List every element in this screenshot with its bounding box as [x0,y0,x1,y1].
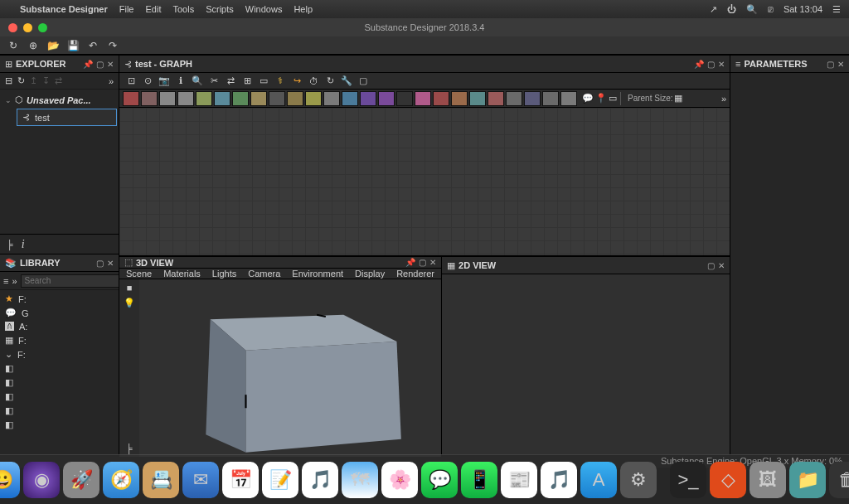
maximize-button[interactable] [38,23,47,32]
dock-app[interactable]: 🧭 [103,462,139,498]
maximize-icon[interactable]: ▢ [96,259,104,268]
pin-icon[interactable]: 📌 [83,60,93,69]
frame-icon[interactable]: ▭ [609,93,617,104]
node-type-button[interactable] [451,91,468,106]
dock-app[interactable]: 🖼 [750,462,786,498]
more-icon[interactable]: » [721,94,726,104]
fit-icon[interactable]: ⊡ [124,75,138,88]
dock-app[interactable]: >_ [670,462,706,498]
info-icon[interactable]: i [22,238,25,251]
node-type-button[interactable] [360,91,376,106]
lib-item[interactable]: ◧ [0,418,119,432]
menu-file[interactable]: File [119,4,134,14]
menu-renderer[interactable]: Renderer [396,269,434,279]
node-type-button[interactable] [287,91,303,106]
search-icon[interactable]: 🔍 [746,4,758,15]
maximize-icon[interactable]: ▢ [419,258,426,267]
video-icon[interactable]: ■ [127,283,133,293]
lib-item[interactable]: ◧ [0,361,119,376]
undo-icon[interactable]: ↶ [86,40,99,51]
python-icon[interactable]: ⚕ [274,75,287,88]
menu-windows[interactable]: Windows [245,4,283,14]
node-type-button[interactable] [214,91,230,106]
node-type-button[interactable] [269,91,285,106]
node-type-button[interactable] [141,91,158,106]
dock-app[interactable]: ◇ [710,462,746,498]
dock-app[interactable]: ◉ [23,462,60,498]
dock-app[interactable]: 💬 [421,462,458,498]
lib-cat[interactable]: ▦F: [0,333,119,347]
info-icon[interactable]: ℹ [174,75,187,88]
menu-scripts[interactable]: Scripts [206,4,234,14]
pin-icon[interactable]: 📍 [595,93,607,104]
graph-item[interactable]: ⊰ test [17,109,117,126]
maximize-icon[interactable]: ▢ [827,60,834,69]
node-type-button[interactable] [342,91,358,106]
lib-cat[interactable]: ⌄F: [0,347,119,361]
display-icon[interactable]: ⎚ [768,4,774,14]
dock-app[interactable]: 🗺 [342,462,378,498]
list-icon[interactable]: ☰ [832,4,841,15]
dock-app[interactable]: 📝 [262,462,298,498]
export-icon[interactable]: ↥ [30,75,37,86]
refresh-icon[interactable]: ↻ [7,40,20,51]
collapse-icon[interactable]: ⊟ [5,75,12,86]
pin-icon[interactable]: 📌 [694,60,704,69]
dock-app[interactable]: 📅 [222,462,259,498]
node-type-button[interactable] [378,91,395,106]
more-icon[interactable]: » [12,276,17,286]
menu-edit[interactable]: Edit [146,4,162,14]
frame-icon[interactable]: ▭ [257,75,270,88]
dock-app[interactable]: 🎵 [302,462,338,498]
node-type-button[interactable] [506,91,522,106]
dock-app[interactable]: 📁 [789,462,826,498]
dock-app[interactable]: A [580,462,617,498]
comment-icon[interactable]: 💬 [582,93,594,104]
lib-item[interactable]: ◧ [0,376,119,390]
arrow-icon[interactable]: ↗ [710,4,717,15]
dock-app[interactable]: 🗑 [829,462,849,498]
power-icon[interactable]: ⏻ [727,4,736,14]
menu-display[interactable]: Display [355,269,385,279]
cut-icon[interactable]: ✂ [207,75,221,88]
dock-app[interactable]: 🎵 [541,462,577,498]
node-type-button[interactable] [469,91,486,106]
dock-app[interactable]: ⚙ [620,462,657,498]
dock-app[interactable]: 📇 [143,462,179,498]
node-type-button[interactable] [159,91,176,106]
node-type-button[interactable] [415,91,431,106]
dock-app[interactable]: ✉ [182,462,219,498]
refresh-icon[interactable]: ↻ [17,75,25,86]
node-type-button[interactable] [433,91,449,106]
axis-icon[interactable]: ╞ [126,443,133,453]
wrench-icon[interactable]: 🔧 [340,75,353,88]
lib-cat-favorites[interactable]: ★F: [0,292,119,306]
import-icon[interactable]: ↧ [42,75,50,86]
camera-icon[interactable]: 📷 [158,75,171,88]
close-icon[interactable]: ✕ [107,259,114,268]
node-type-button[interactable] [323,91,340,106]
size-icon[interactable]: ▦ [674,93,682,104]
close-icon[interactable]: ✕ [107,60,114,69]
menu-environment[interactable]: Environment [292,269,343,279]
maximize-icon[interactable]: ▢ [707,60,715,69]
package-row[interactable]: ⌄ ⬡ Unsaved Pac... [2,93,117,107]
dock-app[interactable]: 📱 [461,462,497,498]
app-name[interactable]: Substance Designer [20,4,108,14]
dock-app[interactable]: 🚀 [63,462,99,498]
link-icon[interactable]: ⇄ [55,75,62,86]
node-type-button[interactable] [524,91,541,106]
maximize-icon[interactable]: ▢ [96,60,104,69]
zoom-icon[interactable]: 🔍 [191,75,204,88]
dock-app[interactable]: 📰 [501,462,537,498]
light-icon[interactable]: 💡 [124,298,135,308]
node-type-button[interactable] [305,91,322,106]
center-icon[interactable]: ⊙ [141,75,154,88]
more-icon[interactable]: » [109,76,114,86]
close-button[interactable] [8,23,17,32]
box-icon[interactable]: ▢ [357,75,370,88]
node-type-button[interactable] [542,91,559,106]
lib-cat[interactable]: 💬G [0,306,119,320]
search-input[interactable] [21,274,119,288]
lib-cat[interactable]: 🅰A: [0,320,119,333]
